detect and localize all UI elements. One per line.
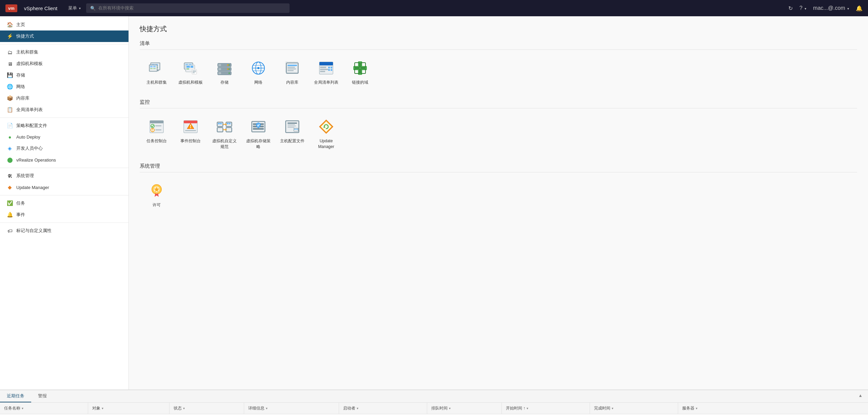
svg-rect-89: [227, 123, 229, 124]
search-bar[interactable]: 🔍 在所有环境中搜索: [86, 3, 290, 13]
user-menu[interactable]: mac...@.com ▾: [813, 5, 849, 11]
notifications-icon[interactable]: 🔔: [856, 5, 863, 12]
svg-rect-51: [288, 70, 294, 71]
linked-domains-label: 链接的域: [352, 80, 368, 85]
svg-rect-57: [320, 71, 325, 72]
sidebar-item-vrealize[interactable]: ⬤ vRealize Operations: [0, 154, 129, 166]
col-task-name[interactable]: 任务名称 ▾: [0, 403, 88, 414]
start-sort-icon: ▾: [527, 406, 528, 410]
col-details[interactable]: 详细信息 ▾: [244, 403, 339, 414]
sidebar-item-policy-config[interactable]: 📄 策略和配置文件: [0, 120, 129, 131]
host-profiles-icon: [283, 118, 301, 135]
col-start-time[interactable]: 开始时间 ↑ ▾: [502, 403, 590, 414]
tab-recent-tasks[interactable]: 近期任务: [0, 390, 31, 402]
top-nav: vm vSphere Client 菜单 ▾ 🔍 在所有环境中搜索 ↻ ? ▾ …: [0, 0, 868, 16]
sidebar-item-hosts-clusters[interactable]: 🗂 主机和群集: [0, 46, 129, 58]
content-library-label: 内容库: [286, 80, 298, 85]
col-server[interactable]: 服务器 ▾: [678, 403, 868, 414]
policy-label: 策略和配置文件: [16, 123, 47, 129]
shortcut-linked-domains[interactable]: 链接的域: [343, 54, 377, 89]
help-button[interactable]: ? ▾: [800, 5, 806, 11]
svg-rect-12: [153, 68, 156, 69]
menu-button[interactable]: 菜单 ▾: [68, 5, 81, 11]
shortcut-hosts-clusters[interactable]: 主机和群集: [140, 54, 174, 89]
svg-rect-23: [191, 66, 193, 68]
sidebar-item-update-manager[interactable]: ◆ Update Manager: [0, 182, 129, 193]
status-sort-icon: ▾: [183, 406, 185, 410]
storage-label: 存储: [16, 72, 25, 78]
monitor-section-title: 监控: [140, 99, 857, 108]
events-icon: 🔔: [7, 212, 13, 218]
vms-templates-icon: [182, 59, 199, 77]
sidebar-item-content-library[interactable]: 📦 内容库: [0, 92, 129, 104]
svg-rect-22: [186, 66, 190, 68]
tags-icon: 🏷: [7, 228, 13, 234]
sidebar-item-shortcuts[interactable]: ⚡ 快捷方式: [0, 30, 129, 42]
sys-admin-icon: 🛠: [7, 173, 13, 179]
vm-custom-rules-icon: [216, 118, 233, 135]
top-nav-right: ↻ ? ▾ mac...@.com ▾ 🔔: [788, 5, 863, 12]
sidebar-item-sys-admin[interactable]: 🛠 系统管理: [0, 170, 129, 182]
sidebar-item-dev-center[interactable]: ◈ 开发人员中心: [0, 143, 129, 154]
hosts-clusters-label: 主机和群集: [16, 49, 38, 55]
dev-center-label: 开发人员中心: [16, 145, 43, 151]
shortcut-task-console[interactable]: 任务控制台: [140, 112, 174, 154]
svg-rect-38: [218, 72, 221, 74]
col-complete-time[interactable]: 完成时间 ▾: [590, 403, 678, 414]
shortcut-event-console[interactable]: 事件控制台: [174, 112, 208, 154]
col-queue-time[interactable]: 排队时间 ▾: [427, 403, 502, 414]
shortcuts-icon: ⚡: [7, 33, 13, 39]
shortcut-vms-templates[interactable]: 虚拟机和模板: [174, 54, 208, 89]
details-sort-icon: ▾: [266, 406, 268, 410]
col-status[interactable]: 状态 ▾: [170, 403, 244, 414]
shortcut-storage[interactable]: 存储: [208, 54, 241, 89]
monitor-grid: 任务控制台 事件控制台: [140, 112, 857, 154]
tags-label: 标记与自定义属性: [16, 228, 52, 234]
refresh-icon[interactable]: ↻: [788, 5, 793, 12]
sidebar-item-storage[interactable]: 💾 存储: [0, 69, 129, 81]
shortcut-license[interactable]: 许可: [140, 176, 174, 212]
sidebar-shortcuts-label: 快捷方式: [16, 33, 34, 39]
svg-rect-54: [319, 62, 333, 65]
storage-icon: [216, 59, 233, 77]
license-icon: [148, 182, 165, 200]
tab-alerts[interactable]: 警报: [31, 390, 54, 402]
svg-rect-72: [155, 125, 161, 126]
sidebar-home-label: 主页: [16, 22, 25, 28]
svg-rect-70: [150, 121, 163, 123]
menu-chevron-icon: ▾: [79, 6, 81, 10]
sidebar-item-auto-deploy[interactable]: ● Auto Deploy: [0, 131, 129, 143]
event-console-icon: [182, 118, 199, 135]
global-lists-icon: 📋: [7, 107, 13, 113]
shortcut-vm-storage-policy[interactable]: 虚拟机存储策略: [241, 112, 275, 154]
shortcut-vm-custom-rules[interactable]: 虚拟机自定义规范: [208, 112, 241, 154]
svg-rect-56: [320, 69, 328, 70]
svg-rect-11: [150, 68, 153, 69]
col-initiator[interactable]: 启动者 ▾: [339, 403, 427, 414]
shortcut-host-profiles[interactable]: 主机配置文件: [275, 112, 309, 154]
sidebar-item-home[interactable]: 🏠 主页: [0, 19, 129, 30]
shortcut-network[interactable]: 网络: [241, 54, 275, 89]
sidebar-item-tags[interactable]: 🏷 标记与自定义属性: [0, 225, 129, 236]
sidebar-item-network[interactable]: 🌐 网络: [0, 81, 129, 92]
vrealize-label: vRealize Operations: [16, 158, 56, 163]
hosts-icon: 🗂: [7, 49, 13, 55]
sidebar-item-events[interactable]: 🔔 事件: [0, 209, 129, 220]
shortcut-update-manager[interactable]: Update Manager: [309, 112, 343, 154]
shortcut-global-lists[interactable]: 全局清单列表: [309, 54, 343, 89]
sidebar-item-tasks[interactable]: ✅ 任务: [0, 197, 129, 209]
shortcut-content-library[interactable]: 内容库: [275, 54, 309, 89]
help-chevron-icon: ▾: [805, 7, 806, 10]
bottom-panel-close[interactable]: ▲: [853, 390, 868, 402]
sidebar-divider-2: [0, 118, 129, 118]
vms-templates-label: 虚拟机和模板: [16, 61, 43, 67]
svg-point-31: [229, 64, 230, 66]
svg-rect-34: [218, 68, 221, 70]
svg-rect-106: [288, 123, 297, 124]
svg-rect-62: [331, 69, 332, 71]
col-object[interactable]: 对象 ▾: [88, 403, 170, 414]
sidebar-item-vms-templates[interactable]: 🖥 虚拟机和模板: [0, 58, 129, 69]
search-placeholder: 在所有环境中搜索: [98, 5, 134, 11]
sidebar-item-global-lists[interactable]: 📋 全局清单列表: [0, 104, 129, 115]
svg-rect-78: [184, 121, 197, 123]
